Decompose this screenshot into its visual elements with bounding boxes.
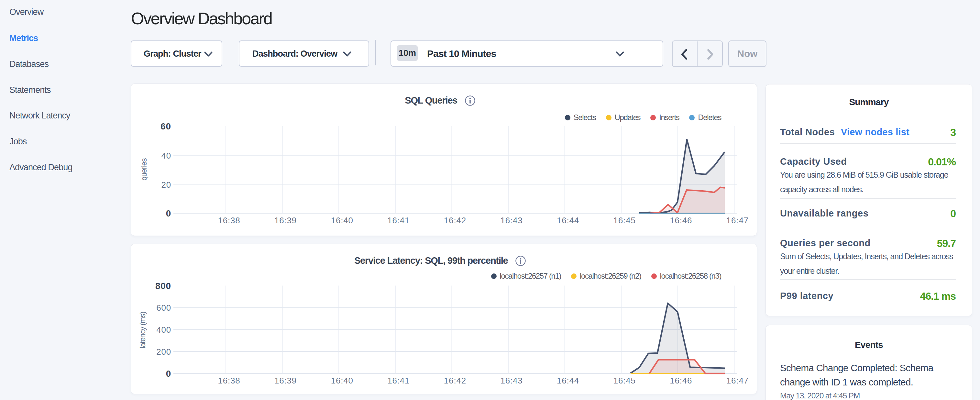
svg-text:16:44: 16:44 — [557, 215, 579, 225]
svg-text:16:39: 16:39 — [274, 376, 297, 386]
svg-text:latency (ms): latency (ms) — [138, 312, 147, 348]
svg-text:16:41: 16:41 — [387, 376, 410, 386]
svg-text:600: 600 — [156, 303, 171, 312]
svg-text:16:47: 16:47 — [726, 215, 749, 225]
svg-text:400: 400 — [156, 325, 171, 335]
svg-text:queries: queries — [140, 158, 148, 180]
svg-text:16:44: 16:44 — [557, 376, 579, 386]
svg-text:16:40: 16:40 — [331, 215, 353, 225]
svg-text:16:46: 16:46 — [670, 215, 692, 225]
svg-text:16:41: 16:41 — [387, 215, 410, 225]
svg-text:16:38: 16:38 — [218, 215, 240, 225]
svg-text:800: 800 — [155, 281, 171, 291]
svg-text:16:40: 16:40 — [331, 376, 353, 386]
svg-text:16:43: 16:43 — [500, 376, 522, 386]
svg-text:0: 0 — [166, 369, 171, 379]
svg-text:16:42: 16:42 — [444, 376, 466, 386]
svg-text:16:39: 16:39 — [274, 215, 297, 225]
svg-text:16:47: 16:47 — [726, 376, 749, 386]
svg-text:40: 40 — [161, 151, 171, 161]
svg-text:16:43: 16:43 — [500, 215, 522, 225]
svg-text:16:46: 16:46 — [670, 376, 692, 386]
svg-text:20: 20 — [161, 180, 171, 190]
svg-text:16:45: 16:45 — [613, 376, 636, 386]
svg-text:60: 60 — [161, 121, 171, 131]
svg-text:0: 0 — [166, 209, 171, 218]
svg-text:200: 200 — [156, 347, 171, 357]
svg-text:16:42: 16:42 — [444, 215, 466, 225]
svg-text:16:45: 16:45 — [613, 215, 636, 225]
svg-text:16:38: 16:38 — [218, 376, 240, 386]
